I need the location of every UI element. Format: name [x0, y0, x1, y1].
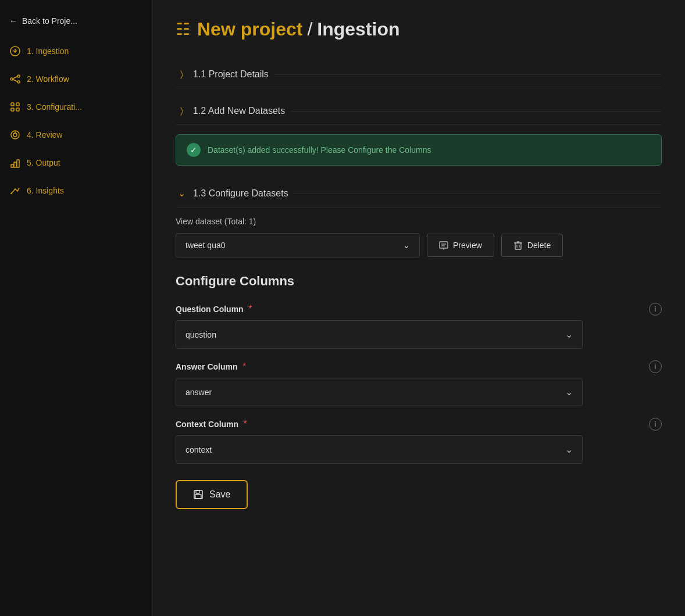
question-label-row: Question Column * i: [176, 303, 662, 316]
save-label: Save: [209, 489, 230, 500]
answer-label-wrap: Answer Column *: [176, 361, 246, 372]
sidebar-workflow-label: 2. Workflow: [27, 74, 69, 84]
section-12-divider: [291, 111, 662, 112]
sidebar-ingestion-label: 1. Ingestion: [27, 46, 69, 56]
success-banner: ✓ Dataset(s) added successfully! Please …: [176, 134, 662, 166]
svg-point-12: [13, 133, 17, 137]
context-chevron: ⌄: [565, 444, 573, 455]
svg-rect-9: [11, 108, 14, 111]
header-icon: ☷: [176, 20, 190, 39]
back-arrow-icon: ←: [9, 16, 17, 26]
svg-rect-15: [14, 162, 16, 167]
question-column-value: question: [185, 330, 216, 339]
section-11-chevron: 〉: [176, 69, 187, 80]
page-header: ☷ New project / Ingestion: [176, 19, 662, 40]
view-dataset-label: View dataset (Total: 1): [176, 217, 662, 226]
section-12-title: 1.2 Add New Datasets: [193, 106, 285, 116]
sidebar-item-workflow[interactable]: 2. Workflow: [0, 65, 152, 93]
svg-line-6: [13, 80, 17, 82]
sidebar-item-output[interactable]: 5. Output: [0, 149, 152, 177]
preview-button[interactable]: Preview: [427, 234, 494, 257]
context-column-dropdown[interactable]: context ⌄: [176, 435, 583, 464]
section-11-header[interactable]: 〉 1.1 Project Details: [176, 61, 662, 88]
context-label-wrap: Context Column *: [176, 419, 247, 429]
section-11-title: 1.1 Project Details: [193, 69, 269, 80]
sidebar-item-ingestion[interactable]: 1. Ingestion: [0, 37, 152, 65]
sidebar-review-label: 4. Review: [27, 130, 62, 139]
answer-column-dropdown[interactable]: answer ⌄: [176, 378, 583, 406]
answer-label-row: Answer Column * i: [176, 360, 662, 373]
svg-point-4: [17, 81, 20, 83]
delete-icon: [513, 241, 523, 250]
section-13-title: 1.3 Configure Datasets: [193, 188, 288, 199]
review-icon: [9, 129, 21, 141]
answer-required: *: [242, 361, 246, 371]
question-field-group: Question Column * i question ⌄: [176, 303, 662, 349]
output-icon: [9, 157, 21, 169]
question-column-dropdown[interactable]: question ⌄: [176, 320, 583, 349]
question-info-icon[interactable]: i: [649, 303, 662, 316]
ingestion-icon: [9, 45, 21, 57]
question-column-label: Question Column: [176, 305, 244, 314]
svg-point-3: [17, 75, 20, 77]
main-content: ☷ New project / Ingestion 〉 1.1 Project …: [152, 0, 685, 616]
workflow-icon: [9, 73, 21, 85]
svg-rect-8: [16, 103, 19, 106]
svg-rect-18: [440, 242, 448, 248]
preview-icon: [439, 241, 448, 250]
header-separator: /: [307, 19, 312, 40]
save-button[interactable]: Save: [176, 480, 248, 509]
section-13-header[interactable]: ⌄ 1.3 Configure Datasets: [176, 180, 662, 207]
success-check-icon: ✓: [187, 143, 201, 157]
context-column-label: Context Column: [176, 420, 238, 429]
section-11-divider: [274, 74, 662, 75]
preview-label: Preview: [453, 241, 482, 250]
svg-rect-16: [17, 160, 19, 167]
delete-label: Delete: [527, 241, 551, 250]
context-required: *: [244, 419, 247, 429]
context-field-group: Context Column * i context ⌄: [176, 418, 662, 464]
answer-column-value: answer: [185, 388, 212, 397]
back-label: Back to Proje...: [22, 16, 77, 26]
svg-point-2: [10, 78, 13, 80]
back-button[interactable]: ← Back to Proje...: [0, 9, 152, 33]
svg-rect-7: [11, 103, 14, 106]
project-name: New project: [197, 19, 302, 40]
answer-column-label: Answer Column: [176, 362, 238, 371]
page-name: Ingestion: [317, 19, 399, 40]
svg-rect-14: [11, 164, 13, 167]
save-icon: [193, 489, 204, 500]
sidebar-configuration-label: 3. Configurati...: [27, 102, 82, 112]
dataset-selected-value: tweet qua0: [185, 241, 226, 250]
context-info-icon[interactable]: i: [649, 418, 662, 431]
sidebar-item-insights[interactable]: 6. Insights: [0, 177, 152, 205]
delete-button[interactable]: Delete: [501, 234, 563, 257]
context-label-row: Context Column * i: [176, 418, 662, 431]
answer-field-group: Answer Column * i answer ⌄: [176, 360, 662, 406]
configure-section: View dataset (Total: 1) tweet qua0 ⌄ Pre…: [176, 217, 662, 509]
svg-line-5: [13, 77, 17, 79]
success-message: Dataset(s) added successfully! Please Co…: [208, 145, 431, 155]
configure-columns-title: Configure Columns: [176, 274, 662, 289]
sidebar: ← Back to Proje... 1. Ingestion 2. Workf…: [0, 0, 152, 616]
dataset-dropdown-chevron: ⌄: [403, 241, 410, 250]
question-chevron: ⌄: [565, 329, 573, 340]
configuration-icon: [9, 101, 21, 113]
section-12-chevron: 〉: [176, 106, 187, 116]
dataset-dropdown[interactable]: tweet qua0 ⌄: [176, 233, 420, 257]
insights-icon: [9, 185, 21, 196]
sidebar-output-label: 5. Output: [27, 158, 60, 167]
section-12-header[interactable]: 〉 1.2 Add New Datasets: [176, 98, 662, 125]
svg-rect-22: [515, 243, 521, 249]
sidebar-item-configuration[interactable]: 3. Configurati...: [0, 93, 152, 121]
section-13-divider: [294, 193, 662, 194]
sidebar-insights-label: 6. Insights: [27, 186, 64, 195]
svg-rect-10: [16, 108, 19, 111]
context-column-value: context: [185, 445, 212, 454]
answer-chevron: ⌄: [565, 386, 573, 397]
answer-info-icon[interactable]: i: [649, 360, 662, 373]
sidebar-item-review[interactable]: 4. Review: [0, 121, 152, 149]
dataset-controls: tweet qua0 ⌄ Preview: [176, 233, 662, 257]
svg-rect-29: [195, 495, 201, 499]
question-label-wrap: Question Column *: [176, 304, 252, 314]
